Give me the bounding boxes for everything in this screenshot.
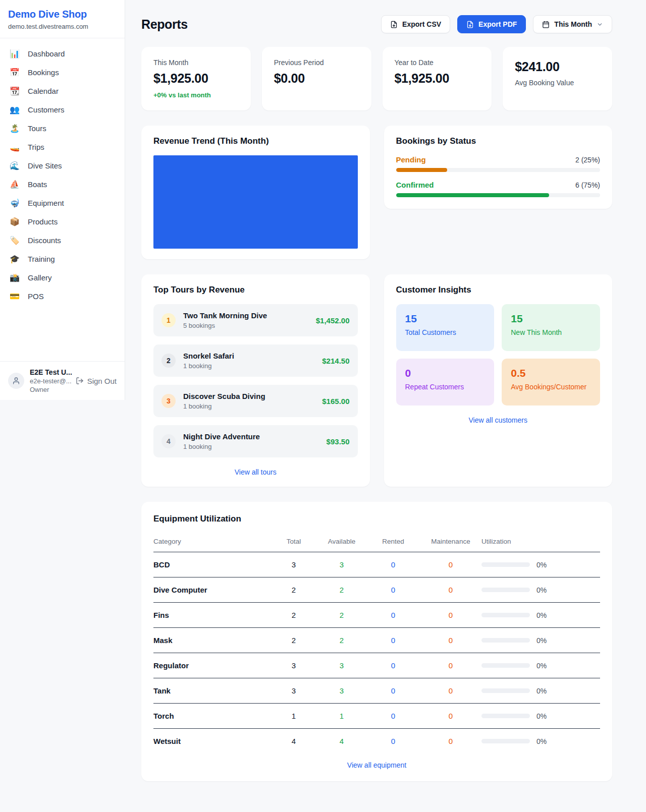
sidebar-item-label: POS	[28, 292, 44, 301]
sidebar-item-customers[interactable]: 👥 Customers	[0, 100, 125, 119]
file-down-icon	[466, 21, 474, 28]
sidebar-item-pos[interactable]: 💳 POS	[0, 287, 125, 306]
cell-rented: 0	[366, 704, 420, 729]
utilization-bar-track	[481, 663, 530, 668]
status-label: Pending	[396, 155, 426, 164]
charts-row: Revenue Trend (This Month) Bookings by S…	[141, 126, 612, 259]
cell-maintenance: 0	[420, 653, 481, 678]
tile-value: 0.5	[511, 367, 591, 379]
utilization-cell: 0%	[481, 712, 600, 720]
utilization-percent: 0%	[536, 561, 547, 569]
tile-label: New This Month	[511, 328, 591, 336]
tile-value: 15	[405, 313, 486, 325]
sidebar-item-equipment[interactable]: 🤿 Equipment	[0, 194, 125, 212]
view-all-tours-link[interactable]: View all tours	[153, 468, 358, 476]
sailboat-icon: ⛵	[9, 181, 20, 189]
status-bar-track	[396, 168, 601, 172]
calendar-icon: 📆	[9, 87, 20, 95]
sidebar-item-label: Boats	[28, 180, 47, 189]
sidebar-item-training[interactable]: 🎓 Training	[0, 250, 125, 268]
sidebar-item-discounts[interactable]: 🏷️ Discounts	[0, 231, 125, 250]
page-header: Reports Export CSV Export PDF This Month	[141, 15, 612, 33]
tour-name: Night Dive Adventure	[183, 432, 319, 441]
table-header-row: Category Total Available Rented Maintena…	[153, 533, 600, 552]
column-header-total: Total	[271, 533, 317, 552]
cell-total: 2	[271, 577, 317, 603]
period-dropdown-label: This Month	[554, 20, 592, 28]
tour-bookings: 1 booking	[183, 402, 314, 410]
tour-revenue: $214.50	[322, 357, 349, 365]
tour-row: 3 Discover Scuba Diving 1 booking $165.0…	[153, 385, 358, 417]
sidebar-item-dive-sites[interactable]: 🌊 Dive Sites	[0, 156, 125, 175]
cell-rented: 0	[366, 552, 420, 577]
cell-total: 3	[271, 552, 317, 577]
sidebar-item-gallery[interactable]: 📸 Gallery	[0, 268, 125, 287]
user-info: E2E Test U... e2e-tester@... Owner	[30, 368, 70, 393]
revenue-trend-chart	[153, 155, 358, 249]
card-title: Bookings by Status	[396, 136, 601, 146]
sidebar-item-products[interactable]: 📦 Products	[0, 212, 125, 231]
people-icon: 👥	[9, 106, 20, 114]
rank-badge: 2	[162, 354, 176, 368]
cell-rented: 0	[366, 729, 420, 751]
sidebar-item-boats[interactable]: ⛵ Boats	[0, 175, 125, 194]
cell-maintenance: 0	[420, 628, 481, 653]
cell-category: Fins	[153, 603, 271, 628]
view-all-equipment-link[interactable]: View all equipment	[153, 761, 600, 769]
card-title: Revenue Trend (This Month)	[153, 136, 358, 146]
cell-category: Regulator	[153, 653, 271, 678]
sign-out-button[interactable]: Sign Out	[76, 377, 117, 385]
sidebar-item-dashboard[interactable]: 📊 Dashboard	[0, 44, 125, 63]
page-title: Reports	[141, 17, 188, 32]
sidebar-item-calendar[interactable]: 📆 Calendar	[0, 82, 125, 100]
tour-bookings: 5 bookings	[183, 322, 308, 329]
customer-insights-card: Customer Insights 15 Total Customers 15 …	[384, 274, 613, 487]
bookings-by-status-card: Bookings by Status Pending 2 (25%) Confi…	[384, 126, 613, 209]
app-root: Demo Dive Shop demo.test.divestreams.com…	[0, 0, 646, 781]
tile-label: Repeat Customers	[405, 383, 486, 391]
tile-repeat-customers: 0 Repeat Customers	[396, 359, 495, 405]
sidebar-item-tours[interactable]: 🏝️ Tours	[0, 119, 125, 138]
stat-label: This Month	[153, 59, 239, 67]
sidebar-item-trips[interactable]: 🚤 Trips	[0, 138, 125, 156]
stat-label: Avg Booking Value	[515, 79, 600, 87]
cell-available: 3	[317, 678, 366, 704]
stat-value: $0.00	[274, 71, 359, 86]
cell-total: 1	[271, 704, 317, 729]
package-icon: 📦	[9, 218, 20, 226]
tile-label: Avg Bookings/Customer	[511, 383, 591, 391]
cell-available: 2	[317, 577, 366, 603]
table-row: Dive Computer 2 2 0 0 0%	[153, 577, 600, 603]
brand-block: Demo Dive Shop demo.test.divestreams.com	[0, 0, 125, 38]
cell-rented: 0	[366, 577, 420, 603]
cell-category: Torch	[153, 704, 271, 729]
export-csv-button[interactable]: Export CSV	[381, 15, 450, 33]
stat-card-year-to-date: Year to Date $1,925.00	[383, 47, 492, 110]
export-csv-label: Export CSV	[402, 20, 441, 28]
cell-total: 3	[271, 653, 317, 678]
tour-row: 2 Snorkel Safari 1 booking $214.50	[153, 344, 358, 377]
cell-category: Tank	[153, 678, 271, 704]
export-pdf-button[interactable]: Export PDF	[457, 15, 526, 33]
wave-icon: 🌊	[9, 162, 20, 170]
period-dropdown[interactable]: This Month	[533, 15, 612, 33]
graduation-cap-icon: 🎓	[9, 255, 20, 263]
chevron-down-icon	[597, 21, 603, 28]
view-all-customers-link[interactable]: View all customers	[396, 416, 601, 424]
equipment-utilization-card: Equipment Utilization Category Total Ava…	[141, 502, 612, 781]
sidebar-item-label: Equipment	[28, 199, 64, 207]
card-title: Customer Insights	[396, 285, 601, 295]
calendar-date-icon: 📅	[9, 69, 20, 77]
status-label: Confirmed	[396, 181, 434, 189]
column-header-available: Available	[317, 533, 366, 552]
cell-category: Mask	[153, 628, 271, 653]
sidebar-item-bookings[interactable]: 📅 Bookings	[0, 63, 125, 82]
cell-maintenance: 0	[420, 678, 481, 704]
utilization-bar-track	[481, 688, 530, 693]
stat-card-this-month: This Month $1,925.00 +0% vs last month	[141, 47, 251, 110]
utilization-percent: 0%	[536, 636, 547, 645]
sidebar-nav: 📊 Dashboard 📅 Bookings 📆 Calendar 👥 Cust…	[0, 38, 125, 361]
stat-value: $1,925.00	[395, 71, 480, 86]
sign-out-label: Sign Out	[87, 377, 117, 385]
sidebar-item-label: Products	[28, 217, 58, 226]
